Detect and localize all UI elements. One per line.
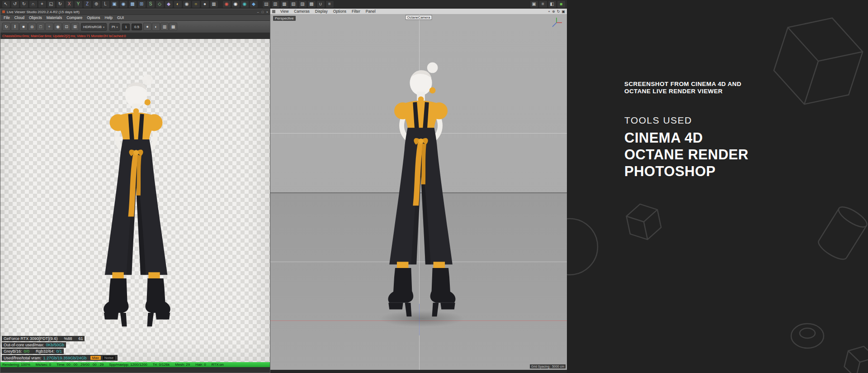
render-stat-segment: Mesh: 29: [175, 363, 190, 367]
render-stat-segment: RTX:on: [212, 363, 224, 367]
scale-tool-icon[interactable]: ◱: [47, 0, 56, 8]
region-render-icon[interactable]: □: [37, 23, 45, 31]
character-menu-icon[interactable]: ▧: [289, 0, 298, 8]
coordinate-system-icon[interactable]: ⊕: [92, 0, 101, 8]
workplane-icon[interactable]: ▦: [210, 0, 218, 8]
save-image-icon[interactable]: ⊡: [62, 23, 71, 31]
kernel-value: Pt: [112, 25, 115, 29]
viewport-menu-item[interactable]: Panel: [363, 9, 378, 14]
redo-icon[interactable]: ↻: [20, 0, 28, 8]
grid-spacing-label: Grid Spacing : 5000 cm: [530, 364, 566, 368]
animate-menu-icon[interactable]: ▨: [298, 0, 307, 8]
layout-icon[interactable]: ◧: [548, 0, 557, 8]
volume-menu-icon[interactable]: ▦: [280, 0, 289, 8]
cursor-icon[interactable]: ↖: [2, 0, 10, 8]
resolution-scale-field[interactable]: 0.5: [132, 24, 142, 30]
dolly-view-icon[interactable]: ⊕: [552, 10, 555, 14]
octane-render-viewport[interactable]: GeForce RTX 3090[PDT](9.6)%8861 Out-of-c…: [0, 39, 270, 362]
toggle-view-icon[interactable]: ▣: [561, 10, 565, 14]
add-deformer-icon[interactable]: ◆: [165, 0, 173, 8]
octane-settings-icon[interactable]: ◆: [250, 0, 258, 8]
screenshot-root: ↖↺↻∩+◱↻XYZ⊕L▣◉▩⊞S◇◆◐◉○●▦ ◉◉◉◆ ▤▥▦▧▨▩∪≡ ▣…: [0, 0, 868, 373]
close-button[interactable]: ×: [266, 10, 268, 14]
viewport-menu-item[interactable]: View: [278, 9, 291, 14]
undo-icon[interactable]: ↺: [11, 0, 19, 8]
focus-picker-icon[interactable]: ◉: [54, 23, 62, 31]
denoise-icon[interactable]: ◐: [152, 23, 160, 31]
material-icon[interactable]: ●: [201, 0, 209, 8]
move-tool-icon[interactable]: +: [38, 0, 47, 8]
render-stat-segment: Tri: 0/126k: [153, 363, 170, 367]
render-settings-icon[interactable]: ▩: [128, 0, 137, 8]
toolbar-group-tools: ↖↺↻∩+◱↻XYZ⊕L▣◉▩⊞S◇◆◐◉○●▦: [1, 0, 218, 8]
noise-badge: Noise: [102, 355, 116, 360]
stop-render-icon[interactable]: ■: [19, 23, 28, 31]
viewport-settings-icon[interactable]: ▣: [530, 0, 538, 8]
render-view-icon[interactable]: ▣: [110, 0, 119, 8]
viewport-menu-icon[interactable]: [272, 10, 275, 13]
simulate-menu-icon[interactable]: ▥: [271, 0, 280, 8]
axis-x-icon[interactable]: X: [65, 0, 74, 8]
octane-live-viewer-icon[interactable]: ◉: [222, 0, 231, 8]
tracker-menu-icon[interactable]: ▩: [307, 0, 316, 8]
passes-field[interactable]: 1: [122, 24, 129, 30]
viewport-bottom-edge: [270, 370, 567, 373]
axis-y-icon[interactable]: Y: [74, 0, 83, 8]
octane-menu-item[interactable]: GUI: [115, 15, 126, 20]
window-title: Live Viewer Studio 2020.2.4-R2 (15 days …: [7, 10, 80, 14]
viewport-menu-item[interactable]: Options: [330, 9, 349, 14]
c4d-viewport[interactable]: Perspective OctaneCamera Grid Spacing : …: [270, 14, 567, 370]
restart-render-icon[interactable]: ↻: [2, 23, 10, 31]
octane-menu-item[interactable]: Materials: [44, 15, 64, 20]
gpu-stat-line: GeForce RTX 3090[PDT](9.6)%8861: [2, 336, 85, 341]
quantize-icon[interactable]: ≡: [326, 0, 334, 8]
material-picker-icon[interactable]: +: [45, 23, 53, 31]
snap-icon[interactable]: ∪: [316, 0, 325, 8]
maximize-button[interactable]: □: [262, 10, 264, 14]
add-generator-icon[interactable]: ◇: [156, 0, 164, 8]
octane-menu-item[interactable]: Objects: [27, 15, 44, 20]
window-title-bar[interactable]: Live Viewer Studio 2020.2.4-R2 (15 days …: [0, 9, 270, 15]
rotate-tool-icon[interactable]: ↻: [56, 0, 65, 8]
octane-camera-icon[interactable]: ◉: [241, 0, 249, 8]
axis-lock-icon[interactable]: L: [101, 0, 110, 8]
viewer-settings-icon[interactable]: ▩: [169, 23, 177, 31]
environment-icon[interactable]: ◐: [174, 0, 182, 8]
octane-menu-item[interactable]: Cloud: [12, 15, 27, 20]
light-object-icon[interactable]: ○: [192, 0, 200, 8]
window-controls: –□×: [257, 10, 268, 14]
octane-menu-item[interactable]: Options: [85, 15, 102, 20]
toolbar-group-right: ▣≡◧■: [529, 0, 566, 8]
subsample-icon[interactable]: ▥: [160, 23, 169, 31]
octane-logo-icon[interactable]: ■: [557, 0, 566, 8]
add-spline-icon[interactable]: S: [146, 0, 155, 8]
kernel-select[interactable]: Pt ▾: [109, 23, 120, 31]
camera-tag[interactable]: OctaneCamera: [406, 15, 432, 20]
octane-node-editor-icon[interactable]: ◉: [231, 0, 240, 8]
octane-menu-item[interactable]: Compare: [64, 15, 85, 20]
octane-menu-item[interactable]: File: [1, 15, 12, 20]
octane-menu-item[interactable]: Help: [103, 15, 115, 20]
decorative-wireframes: [567, 0, 868, 373]
pause-render-icon[interactable]: ‖: [11, 23, 19, 31]
camera-object-icon[interactable]: ◉: [183, 0, 191, 8]
pan-view-icon[interactable]: +: [548, 10, 550, 14]
octane-live-viewer-window: Live Viewer Studio 2020.2.4-R2 (15 days …: [0, 9, 270, 373]
render-picture-viewer-icon[interactable]: ◉: [119, 0, 128, 8]
viewport-menu-item[interactable]: Display: [312, 9, 330, 14]
mograph-menu-icon[interactable]: ▤: [262, 0, 271, 8]
cylinder-wireframe: [816, 203, 868, 263]
customize-icon[interactable]: ≡: [539, 0, 547, 8]
minimize-button[interactable]: –: [257, 10, 259, 14]
rotate-view-icon[interactable]: ↻: [557, 10, 560, 14]
clay-mode-icon[interactable]: ●: [143, 23, 151, 31]
add-cube-icon[interactable]: ⊞: [137, 0, 146, 8]
display-mode-select[interactable]: HDR/sRGB ▾: [81, 23, 107, 31]
magnet-icon[interactable]: ∩: [29, 0, 38, 8]
viewport-menu-item[interactable]: Filter: [349, 9, 363, 14]
copy-image-icon[interactable]: ⊞: [71, 23, 79, 31]
axis-z-icon[interactable]: Z: [83, 0, 92, 8]
viewport-menu-item[interactable]: Cameras: [291, 9, 312, 14]
octane-menu-bar: FileCloudObjectsMaterialsCompareOptionsH…: [0, 15, 270, 21]
lock-resolution-icon[interactable]: ◘: [28, 23, 36, 31]
